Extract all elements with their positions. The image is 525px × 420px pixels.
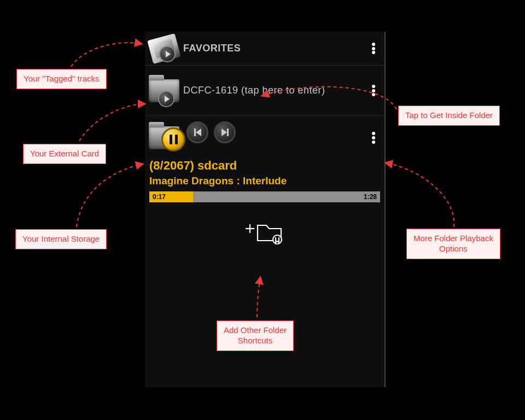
play-icon: [158, 91, 174, 107]
callout-external-card: Your External Card: [23, 144, 106, 164]
add-folder-icon: [243, 218, 286, 245]
callout-internal-storage: Your Internal Storage: [15, 229, 107, 249]
callout-tagged-tracks: Your "Tagged" tracks: [16, 69, 107, 89]
callout-enter-folder: Tap to Get Inside Folder: [398, 106, 500, 126]
favorites-label: FAVORITES: [183, 43, 368, 54]
previous-button[interactable]: [186, 121, 208, 143]
play-icon: [159, 46, 176, 62]
favorites-menu-button[interactable]: •••: [368, 39, 379, 58]
callout-more-options: More Folder Playback Options: [406, 229, 500, 259]
track-counter: (8/2067) sdcard: [149, 159, 379, 173]
elapsed-time: 0:17: [149, 193, 169, 201]
pause-button[interactable]: [161, 127, 185, 151]
favorites-icon: [145, 33, 183, 65]
callout-add-shortcut: Add Other Folder Shortcuts: [217, 320, 294, 351]
add-folder-shortcut-button[interactable]: [145, 218, 384, 245]
folder-name: DCFC-1619 (tap here to enter): [183, 85, 368, 96]
folder-icon: [145, 71, 183, 110]
progress-bar[interactable]: 0:17 1:28: [149, 191, 380, 202]
folder-menu-button[interactable]: •••: [368, 81, 379, 100]
track-title: Imagine Dragons : Interlude: [149, 175, 379, 187]
folder-row[interactable]: DCFC-1619 (tap here to enter) •••: [145, 66, 384, 116]
svg-point-2: [273, 235, 282, 244]
now-playing-info: (8/2067) sdcard Imagine Dragons : Interl…: [145, 154, 384, 187]
sdcard-row: •••: [145, 116, 384, 154]
sdcard-menu-button[interactable]: •••: [368, 128, 379, 147]
favorites-row[interactable]: FAVORITES •••: [145, 32, 384, 66]
duration-time: 1:28: [360, 193, 380, 201]
next-button[interactable]: [214, 121, 236, 143]
